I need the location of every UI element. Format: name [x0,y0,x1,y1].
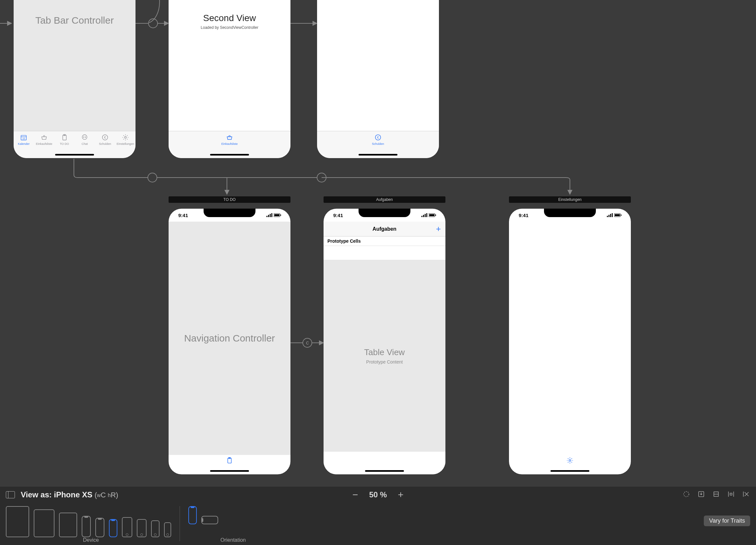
svg-text:15: 15 [22,137,25,140]
svg-rect-36 [429,214,434,216]
gear-icon [566,457,573,465]
pin-constraints-icon[interactable] [727,490,735,499]
tabbar-controller-title: Tab Bar Controller [14,15,136,26]
tab-label: Schulden [99,142,111,146]
home-indicator [55,154,94,156]
outline-toggle-button[interactable] [6,491,15,498]
scene-einstellungen[interactable]: 9:41 [509,209,631,474]
signal-icon [607,213,613,218]
embed-in-icon[interactable] [697,490,705,499]
chat-icon [81,134,89,142]
svg-rect-37 [435,215,436,216]
scene-navigation-controller[interactable]: 9:41 Navigation Controller [169,209,290,474]
device-iphone-se[interactable] [151,520,159,537]
orientation-picker [188,506,218,524]
basket-icon [40,134,48,142]
add-button[interactable]: + [436,224,441,234]
euro-icon: € [374,134,382,142]
orientation-portrait[interactable] [188,506,197,524]
device-ipad-large[interactable] [6,506,29,537]
svg-text:C: C [306,341,309,345]
statusbar-time: 9:41 [519,213,528,218]
svg-text:€: € [377,136,379,139]
svg-point-7 [303,338,312,347]
svg-point-19 [124,136,126,138]
tab-einkaufsliste[interactable]: Einkaufsliste [34,131,54,158]
calendar-icon: 15 [20,134,28,142]
statusbar-time: 9:41 [178,213,188,218]
scene-second-view[interactable]: Second View Loaded by SecondViewControll… [169,0,290,158]
resolve-constraints-icon[interactable] [742,490,750,499]
scene-aufgaben[interactable]: 9:41 Aufgaben + Prototype Cells Table Vi… [324,209,445,474]
svg-rect-28 [280,215,281,216]
tab-kalender[interactable]: 15 Kalender [14,131,34,158]
device-iphone-plus[interactable] [122,517,132,537]
home-indicator [210,154,249,156]
device-ipad-medium[interactable] [34,509,54,537]
device-iphone-4s[interactable] [164,522,171,537]
tab-einstellungen[interactable]: Einstellungen [115,131,136,158]
device-iphone-xs[interactable] [109,519,117,537]
svg-point-46 [684,492,689,497]
svg-rect-23 [268,215,269,217]
device-iphone-xr[interactable] [95,518,104,537]
device-iphone-8[interactable] [137,519,147,537]
signal-icon [266,213,272,218]
device-iphone-max[interactable] [82,516,91,537]
home-indicator [365,470,404,472]
home-indicator [550,470,589,472]
svg-rect-43 [615,214,620,216]
prototype-cells-header: Prototype Cells [324,237,445,246]
orientation-landscape[interactable] [201,516,218,524]
svg-point-4 [148,173,157,182]
tab-label: Schulden [372,142,384,146]
zoom-in-button[interactable]: + [398,489,404,500]
statusbar-time: 9:41 [333,213,343,218]
battery-icon [274,213,281,218]
svg-point-5 [317,173,326,182]
scene-header-todo[interactable]: TO DO [169,196,290,203]
tab-label: Chat [82,142,88,146]
aufgaben-navbar: Aufgaben + [324,222,445,237]
zoom-controls: − 50 % + [352,489,404,500]
clipboard-icon [61,134,68,142]
scene-header-einstellungen[interactable]: Einstellungen [509,196,631,203]
basket-icon [226,134,233,142]
zoom-out-button[interactable]: − [352,489,358,500]
tab-label: Kalender [18,142,30,146]
clipboard-icon [226,457,233,465]
table-row[interactable] [324,246,445,260]
zoom-level: 50 % [369,490,387,499]
device-picker [6,506,171,537]
refresh-views-icon[interactable] [682,490,691,499]
svg-rect-39 [608,215,609,217]
view-as-label[interactable]: View as: iPhone XS (wC hR) [21,490,118,499]
navbar-title: Aufgaben [372,226,396,232]
svg-rect-40 [610,214,611,217]
nav-controller-title: Navigation Controller [184,333,275,344]
scene-schulden[interactable]: € Schulden [317,0,439,158]
svg-rect-52 [730,493,732,495]
svg-rect-41 [612,213,613,217]
align-icon[interactable] [712,490,720,499]
scene-tabbar-controller[interactable]: Tab Bar Controller 15 Kalender Einkaufsl… [14,0,136,158]
orientation-group-label: Orientation [220,537,246,543]
device-ipad-small[interactable] [59,513,77,537]
battery-icon [429,213,436,218]
tab-label: Einkaufsliste [221,142,238,146]
tableview-title: Table View [364,347,405,357]
svg-rect-38 [607,216,608,217]
svg-point-45 [569,459,571,461]
svg-point-16 [85,137,86,137]
svg-rect-25 [271,213,272,217]
scene-header-aufgaben[interactable]: Aufgaben [324,196,445,203]
tableview-subtitle: Prototype Content [366,359,403,364]
signal-icon [421,213,427,218]
svg-rect-31 [421,216,422,217]
second-view-title: Second View [169,13,290,23]
view-as-device: iPhone XS [54,490,92,499]
phone-notch [204,209,255,217]
tab-schulden[interactable]: € Schulden [95,131,115,158]
view-as-prefix: View as: [21,490,54,499]
vary-for-traits-button[interactable]: Vary for Traits [704,515,750,526]
